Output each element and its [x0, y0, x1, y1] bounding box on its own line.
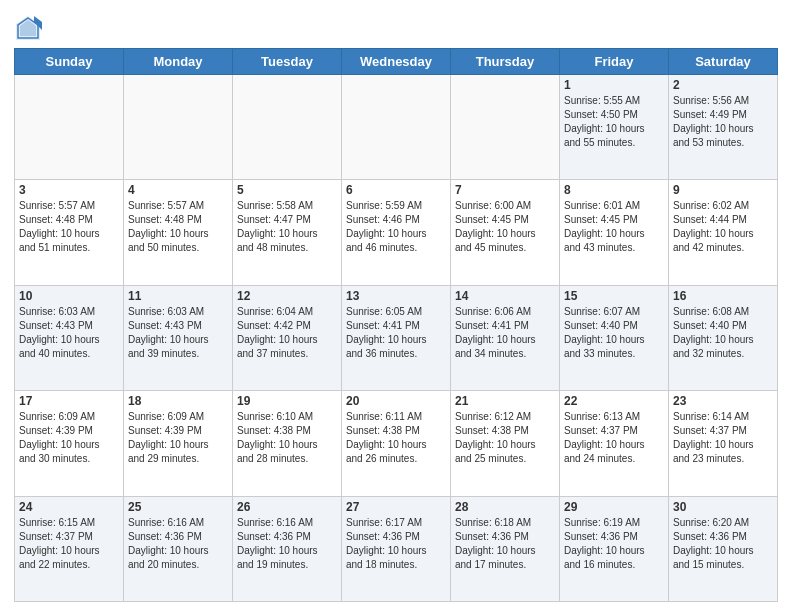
day-number: 28 [455, 500, 555, 514]
day-info: Sunrise: 5:57 AM Sunset: 4:48 PM Dayligh… [128, 199, 228, 255]
day-info: Sunrise: 6:04 AM Sunset: 4:42 PM Dayligh… [237, 305, 337, 361]
day-info: Sunrise: 5:57 AM Sunset: 4:48 PM Dayligh… [19, 199, 119, 255]
day-number: 30 [673, 500, 773, 514]
calendar-header-wednesday: Wednesday [342, 49, 451, 75]
calendar-cell: 29Sunrise: 6:19 AM Sunset: 4:36 PM Dayli… [560, 496, 669, 601]
day-info: Sunrise: 6:09 AM Sunset: 4:39 PM Dayligh… [19, 410, 119, 466]
calendar-cell: 5Sunrise: 5:58 AM Sunset: 4:47 PM Daylig… [233, 180, 342, 285]
day-number: 7 [455, 183, 555, 197]
day-info: Sunrise: 6:10 AM Sunset: 4:38 PM Dayligh… [237, 410, 337, 466]
day-info: Sunrise: 6:09 AM Sunset: 4:39 PM Dayligh… [128, 410, 228, 466]
day-number: 25 [128, 500, 228, 514]
day-number: 9 [673, 183, 773, 197]
day-info: Sunrise: 6:00 AM Sunset: 4:45 PM Dayligh… [455, 199, 555, 255]
day-number: 6 [346, 183, 446, 197]
day-number: 12 [237, 289, 337, 303]
calendar-cell: 19Sunrise: 6:10 AM Sunset: 4:38 PM Dayli… [233, 391, 342, 496]
day-info: Sunrise: 6:07 AM Sunset: 4:40 PM Dayligh… [564, 305, 664, 361]
calendar-week-1: 3Sunrise: 5:57 AM Sunset: 4:48 PM Daylig… [15, 180, 778, 285]
calendar-cell [15, 75, 124, 180]
calendar-cell: 15Sunrise: 6:07 AM Sunset: 4:40 PM Dayli… [560, 285, 669, 390]
day-info: Sunrise: 5:58 AM Sunset: 4:47 PM Dayligh… [237, 199, 337, 255]
day-number: 5 [237, 183, 337, 197]
day-info: Sunrise: 6:17 AM Sunset: 4:36 PM Dayligh… [346, 516, 446, 572]
calendar-header-monday: Monday [124, 49, 233, 75]
calendar-cell: 11Sunrise: 6:03 AM Sunset: 4:43 PM Dayli… [124, 285, 233, 390]
calendar-cell: 18Sunrise: 6:09 AM Sunset: 4:39 PM Dayli… [124, 391, 233, 496]
calendar-cell: 25Sunrise: 6:16 AM Sunset: 4:36 PM Dayli… [124, 496, 233, 601]
day-info: Sunrise: 6:05 AM Sunset: 4:41 PM Dayligh… [346, 305, 446, 361]
calendar-cell: 12Sunrise: 6:04 AM Sunset: 4:42 PM Dayli… [233, 285, 342, 390]
calendar-week-3: 17Sunrise: 6:09 AM Sunset: 4:39 PM Dayli… [15, 391, 778, 496]
calendar-cell: 23Sunrise: 6:14 AM Sunset: 4:37 PM Dayli… [669, 391, 778, 496]
day-info: Sunrise: 6:20 AM Sunset: 4:36 PM Dayligh… [673, 516, 773, 572]
day-number: 8 [564, 183, 664, 197]
calendar-header-thursday: Thursday [451, 49, 560, 75]
day-number: 2 [673, 78, 773, 92]
logo-icon [14, 14, 42, 42]
calendar-header-friday: Friday [560, 49, 669, 75]
day-number: 29 [564, 500, 664, 514]
calendar-cell: 8Sunrise: 6:01 AM Sunset: 4:45 PM Daylig… [560, 180, 669, 285]
calendar-header-row: SundayMondayTuesdayWednesdayThursdayFrid… [15, 49, 778, 75]
day-number: 21 [455, 394, 555, 408]
calendar-cell: 13Sunrise: 6:05 AM Sunset: 4:41 PM Dayli… [342, 285, 451, 390]
calendar-cell: 22Sunrise: 6:13 AM Sunset: 4:37 PM Dayli… [560, 391, 669, 496]
calendar-cell: 14Sunrise: 6:06 AM Sunset: 4:41 PM Dayli… [451, 285, 560, 390]
day-number: 10 [19, 289, 119, 303]
calendar-cell: 17Sunrise: 6:09 AM Sunset: 4:39 PM Dayli… [15, 391, 124, 496]
day-info: Sunrise: 5:55 AM Sunset: 4:50 PM Dayligh… [564, 94, 664, 150]
calendar-cell: 28Sunrise: 6:18 AM Sunset: 4:36 PM Dayli… [451, 496, 560, 601]
day-info: Sunrise: 6:13 AM Sunset: 4:37 PM Dayligh… [564, 410, 664, 466]
day-info: Sunrise: 6:14 AM Sunset: 4:37 PM Dayligh… [673, 410, 773, 466]
calendar-cell: 24Sunrise: 6:15 AM Sunset: 4:37 PM Dayli… [15, 496, 124, 601]
calendar-cell [233, 75, 342, 180]
calendar-table: SundayMondayTuesdayWednesdayThursdayFrid… [14, 48, 778, 602]
day-info: Sunrise: 6:19 AM Sunset: 4:36 PM Dayligh… [564, 516, 664, 572]
calendar-cell [342, 75, 451, 180]
day-info: Sunrise: 6:06 AM Sunset: 4:41 PM Dayligh… [455, 305, 555, 361]
calendar-cell: 4Sunrise: 5:57 AM Sunset: 4:48 PM Daylig… [124, 180, 233, 285]
day-number: 13 [346, 289, 446, 303]
day-number: 1 [564, 78, 664, 92]
calendar-cell: 20Sunrise: 6:11 AM Sunset: 4:38 PM Dayli… [342, 391, 451, 496]
day-number: 20 [346, 394, 446, 408]
calendar-cell [124, 75, 233, 180]
day-number: 23 [673, 394, 773, 408]
calendar-cell: 26Sunrise: 6:16 AM Sunset: 4:36 PM Dayli… [233, 496, 342, 601]
day-number: 27 [346, 500, 446, 514]
calendar-cell: 1Sunrise: 5:55 AM Sunset: 4:50 PM Daylig… [560, 75, 669, 180]
day-number: 3 [19, 183, 119, 197]
calendar-cell: 3Sunrise: 5:57 AM Sunset: 4:48 PM Daylig… [15, 180, 124, 285]
calendar-week-2: 10Sunrise: 6:03 AM Sunset: 4:43 PM Dayli… [15, 285, 778, 390]
logo [14, 14, 46, 42]
calendar-cell: 9Sunrise: 6:02 AM Sunset: 4:44 PM Daylig… [669, 180, 778, 285]
calendar-cell: 16Sunrise: 6:08 AM Sunset: 4:40 PM Dayli… [669, 285, 778, 390]
calendar-header-saturday: Saturday [669, 49, 778, 75]
calendar-cell: 10Sunrise: 6:03 AM Sunset: 4:43 PM Dayli… [15, 285, 124, 390]
day-number: 18 [128, 394, 228, 408]
calendar-cell: 21Sunrise: 6:12 AM Sunset: 4:38 PM Dayli… [451, 391, 560, 496]
calendar-cell: 7Sunrise: 6:00 AM Sunset: 4:45 PM Daylig… [451, 180, 560, 285]
day-number: 22 [564, 394, 664, 408]
day-number: 14 [455, 289, 555, 303]
day-number: 19 [237, 394, 337, 408]
day-info: Sunrise: 6:16 AM Sunset: 4:36 PM Dayligh… [128, 516, 228, 572]
calendar-cell [451, 75, 560, 180]
calendar-page: SundayMondayTuesdayWednesdayThursdayFrid… [0, 0, 792, 612]
calendar-cell: 2Sunrise: 5:56 AM Sunset: 4:49 PM Daylig… [669, 75, 778, 180]
calendar-cell: 30Sunrise: 6:20 AM Sunset: 4:36 PM Dayli… [669, 496, 778, 601]
day-info: Sunrise: 6:02 AM Sunset: 4:44 PM Dayligh… [673, 199, 773, 255]
page-header [14, 10, 778, 42]
day-number: 26 [237, 500, 337, 514]
day-info: Sunrise: 6:12 AM Sunset: 4:38 PM Dayligh… [455, 410, 555, 466]
day-info: Sunrise: 6:03 AM Sunset: 4:43 PM Dayligh… [128, 305, 228, 361]
day-number: 4 [128, 183, 228, 197]
calendar-cell: 6Sunrise: 5:59 AM Sunset: 4:46 PM Daylig… [342, 180, 451, 285]
calendar-header-sunday: Sunday [15, 49, 124, 75]
day-info: Sunrise: 6:16 AM Sunset: 4:36 PM Dayligh… [237, 516, 337, 572]
calendar-header-tuesday: Tuesday [233, 49, 342, 75]
day-number: 11 [128, 289, 228, 303]
calendar-cell: 27Sunrise: 6:17 AM Sunset: 4:36 PM Dayli… [342, 496, 451, 601]
calendar-week-4: 24Sunrise: 6:15 AM Sunset: 4:37 PM Dayli… [15, 496, 778, 601]
